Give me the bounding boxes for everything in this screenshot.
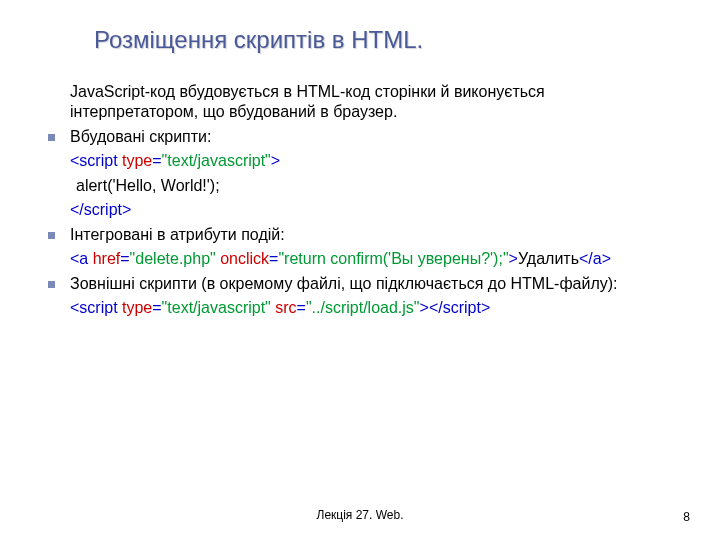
code-line: <a href="delete.php" onclick="return con… <box>48 249 672 269</box>
bullet-item: Зовнішні скрипти (в окремому файлі, що п… <box>48 274 672 294</box>
bullet-list: Вбудовані скрипти:<script type="text/jav… <box>48 127 672 319</box>
bullet-label: Інтегровані в атрибути подій: <box>70 225 672 245</box>
slide-title: Розміщення скриптів в HTML. <box>48 26 672 54</box>
code-line: <script type="text/javascript" src="../s… <box>48 298 672 318</box>
bullet-marker-icon <box>48 274 70 288</box>
slide: Розміщення скриптів в HTML. JavaScript-к… <box>0 0 720 540</box>
code-line: <script type="text/javascript"> <box>48 151 672 171</box>
code-line: alert('Hello, World!'); <box>48 176 672 196</box>
intro-paragraph: JavaScript-код вбудовується в HTML-код с… <box>48 82 672 123</box>
bullet-label: Вбудовані скрипти: <box>70 127 672 147</box>
page-number: 8 <box>683 510 690 524</box>
code-line: </script> <box>48 200 672 220</box>
bullet-item: Вбудовані скрипти: <box>48 127 672 147</box>
bullet-item: Інтегровані в атрибути подій: <box>48 225 672 245</box>
bullet-marker-icon <box>48 127 70 141</box>
slide-body: JavaScript-код вбудовується в HTML-код с… <box>48 82 672 319</box>
bullet-label: Зовнішні скрипти (в окремому файлі, що п… <box>70 274 672 294</box>
footer-text: Лекція 27. Web. <box>0 508 720 522</box>
bullet-marker-icon <box>48 225 70 239</box>
